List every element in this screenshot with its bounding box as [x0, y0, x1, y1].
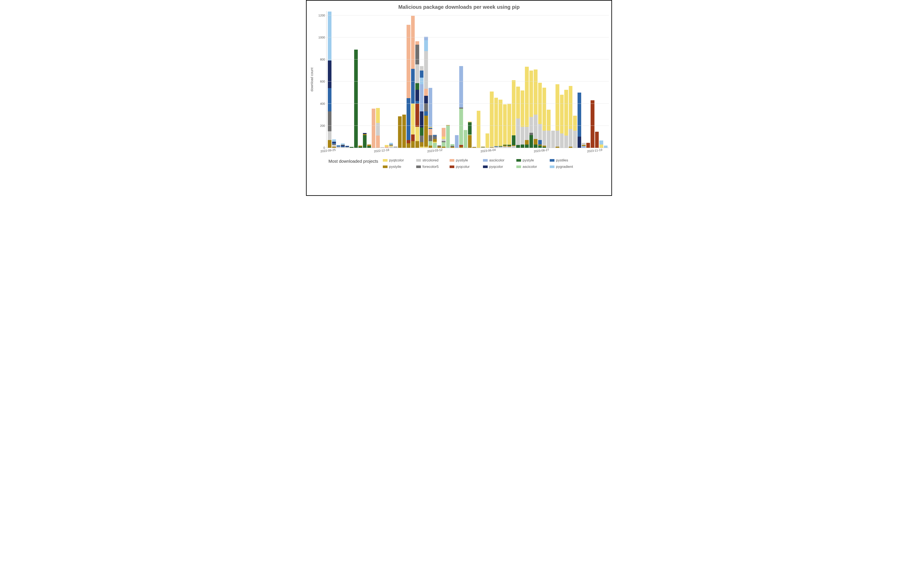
bar-segment: [433, 139, 437, 142]
bar: [354, 50, 358, 148]
bar-segment: [573, 131, 577, 148]
bar-segment: [350, 147, 353, 148]
bar-segment: [415, 41, 419, 44]
legend-swatch: [550, 165, 554, 168]
bar-segment: [328, 11, 332, 61]
legend-swatch: [550, 159, 554, 162]
bar-segment: [332, 145, 336, 147]
legend-label: pystiles: [556, 158, 568, 163]
bar-segment: [424, 51, 428, 89]
bar-segment: [569, 86, 572, 129]
legend-swatch: [416, 159, 421, 162]
legend-item: asciicolor: [483, 158, 511, 163]
bar-segment: [393, 147, 397, 148]
bar-segment: [442, 128, 445, 137]
bar-segment: [564, 90, 568, 136]
bar-segment: [332, 139, 336, 142]
bar-segment: [420, 142, 424, 147]
bar-segment: [525, 67, 529, 127]
bar-segment: [599, 141, 603, 144]
legend-label: pyqcolur: [456, 165, 470, 169]
bar-segment: [591, 100, 594, 148]
bar: [411, 16, 415, 148]
bar-segment: [415, 90, 419, 101]
bar-segment: [529, 135, 533, 148]
bar: [507, 104, 511, 148]
bar: [433, 134, 437, 148]
bar-segment: [578, 92, 581, 137]
bar-segment: [494, 147, 498, 148]
bar-segment: [433, 136, 437, 139]
bar-segment: [380, 147, 384, 148]
bar-segment: [411, 69, 415, 104]
bar-segment: [459, 66, 463, 108]
x-axis-ticks: 2022-09-252022-12-182023-03-122023-06-04…: [325, 148, 609, 156]
bar-segment: [521, 127, 524, 145]
x-tick: 2023-03-12: [427, 148, 442, 153]
bar-segment: [415, 45, 419, 65]
bar-segment: [385, 145, 389, 147]
bar-segment: [424, 147, 428, 148]
bar-segment: [529, 117, 533, 133]
bar-segment: [332, 147, 336, 148]
bar-segment: [578, 137, 581, 148]
legend-item: pyqtcolor: [383, 158, 411, 163]
x-tick: 2023-06-04: [480, 148, 496, 153]
bar-segment: [516, 118, 520, 145]
bar-segment: [512, 146, 515, 148]
bar-segment: [599, 145, 603, 148]
bar: [516, 87, 520, 148]
bar: [529, 71, 533, 148]
bar-segment: [521, 145, 524, 148]
bar-segment: [521, 90, 524, 127]
bar: [376, 108, 380, 148]
bar: [578, 92, 581, 148]
bar-segment: [459, 145, 463, 147]
bar-segment: [534, 139, 538, 145]
legend-label: pystyile: [389, 165, 401, 169]
legend-label: pyqtcolor: [389, 158, 404, 163]
bar: [398, 116, 402, 148]
bar-segment: [534, 145, 538, 148]
bar-segment: [525, 140, 529, 145]
bar-segment: [367, 145, 371, 146]
bar-segment: [507, 147, 511, 148]
bar-segment: [490, 147, 494, 148]
bar: [389, 143, 393, 148]
bar: [472, 147, 476, 148]
bar: [328, 11, 332, 148]
legend-label: pystiyle: [456, 158, 468, 163]
bar: [560, 95, 563, 148]
bar-segment: [529, 133, 533, 135]
bar-segment: [415, 141, 419, 148]
bar-segment: [341, 147, 345, 148]
bar-segment: [472, 147, 476, 148]
bar-segment: [415, 127, 419, 141]
bar-segment: [560, 133, 563, 148]
bar-segment: [442, 137, 445, 139]
bar-segment: [525, 127, 529, 140]
bar: [385, 145, 389, 148]
bar-segment: [420, 71, 424, 78]
bar-segment: [455, 135, 458, 148]
bar-segment: [354, 50, 358, 148]
bar: [564, 90, 568, 148]
bar-segment: [555, 131, 559, 147]
bar: [512, 80, 515, 148]
bar-segment: [573, 116, 577, 131]
legend-swatch: [416, 165, 421, 168]
bar-segment: [398, 116, 402, 148]
bar-segment: [437, 147, 441, 148]
bar-segment: [328, 140, 332, 148]
bar-segment: [555, 147, 559, 148]
bar: [367, 145, 371, 148]
bar: [486, 133, 489, 148]
bar-segment: [415, 104, 419, 127]
bar: [402, 115, 406, 148]
bar-segment: [529, 71, 533, 117]
bar: [551, 131, 555, 148]
bar-segment: [490, 92, 494, 147]
bar-segment: [420, 128, 424, 136]
bar: [358, 145, 362, 148]
bar: [446, 125, 450, 148]
